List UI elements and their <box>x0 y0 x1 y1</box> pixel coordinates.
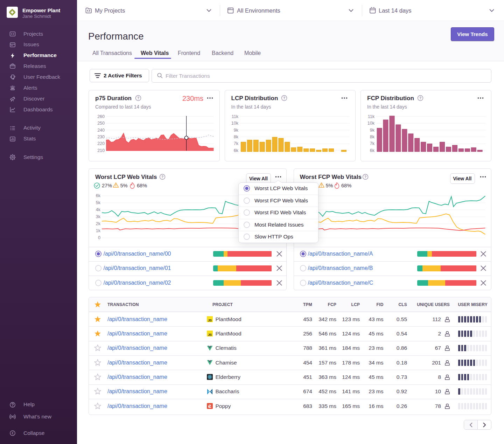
svg-text:?: ? <box>364 175 366 179</box>
svg-text:?: ? <box>161 175 163 179</box>
svg-text:?: ? <box>419 96 421 100</box>
svg-text:?: ? <box>283 96 285 100</box>
svg-text:?: ? <box>137 96 139 100</box>
